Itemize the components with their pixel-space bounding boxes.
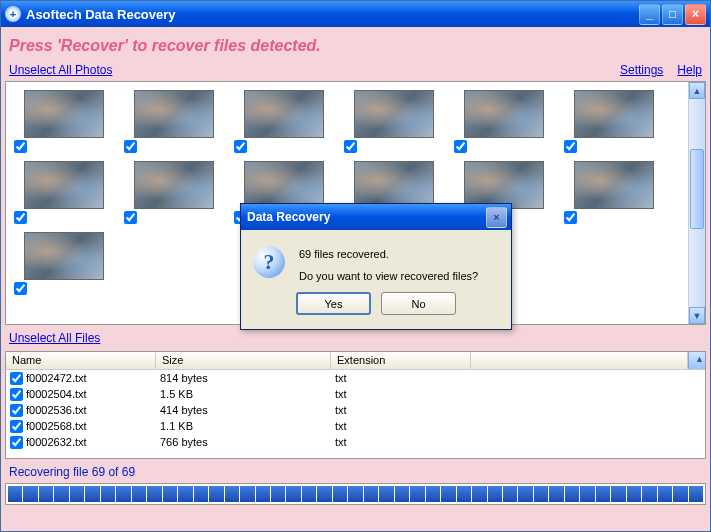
progress-segment [256, 486, 270, 502]
progress-segment [70, 486, 84, 502]
progress-segment [240, 486, 254, 502]
settings-link[interactable]: Settings [620, 63, 663, 77]
progress-segment [379, 486, 393, 502]
scroll-track[interactable] [689, 99, 705, 307]
file-checkbox[interactable] [10, 372, 23, 385]
thumbnails-scrollbar[interactable]: ▲ ▼ [688, 82, 705, 324]
progress-segment [395, 486, 409, 502]
unselect-all-files-link[interactable]: Unselect All Files [9, 331, 100, 345]
file-name: f0002472.txt [26, 372, 87, 384]
progress-segment [642, 486, 656, 502]
thumbnail-item[interactable] [454, 90, 544, 153]
thumbnail-image[interactable] [244, 90, 324, 138]
file-extension: txt [331, 404, 471, 416]
thumbnail-image[interactable] [574, 161, 654, 209]
thumbnail-item[interactable] [564, 161, 654, 224]
thumbnail-item[interactable] [344, 90, 434, 153]
status-text: Recovering file 69 of 69 [5, 459, 706, 483]
dialog-titlebar[interactable]: Data Recovery × [241, 204, 511, 230]
files-panel: Name Size Extension ▲ f0002472.txt814 by… [5, 351, 706, 459]
column-header-name[interactable]: Name [6, 352, 156, 369]
file-row[interactable]: f0002504.txt1.5 KBtxt [6, 386, 705, 402]
no-button[interactable]: No [381, 292, 456, 315]
file-row[interactable]: f0002536.txt414 bytestxt [6, 402, 705, 418]
scroll-thumb[interactable] [690, 149, 704, 229]
file-checkbox[interactable] [10, 404, 23, 417]
thumbnail-image[interactable] [134, 90, 214, 138]
app-icon: + [5, 6, 21, 22]
thumbnail-checkbox[interactable] [124, 211, 137, 224]
progress-segment [116, 486, 130, 502]
thumbnail-checkbox[interactable] [454, 140, 467, 153]
thumbnail-item[interactable] [124, 90, 214, 153]
thumbnail-item[interactable] [14, 90, 104, 153]
close-button[interactable]: × [685, 4, 706, 25]
instruction-text: Press 'Recover' to recover files detecte… [5, 31, 706, 61]
file-size: 414 bytes [156, 404, 331, 416]
top-links-row: Unselect All Photos Settings Help [5, 61, 706, 81]
files-header: Name Size Extension ▲ [6, 352, 705, 370]
column-header-extension[interactable]: Extension [331, 352, 471, 369]
help-link[interactable]: Help [677, 63, 702, 77]
file-extension: txt [331, 420, 471, 432]
thumbnail-item[interactable] [564, 90, 654, 153]
dialog-close-button[interactable]: × [486, 207, 507, 228]
progress-segment [178, 486, 192, 502]
thumbnail-image[interactable] [574, 90, 654, 138]
thumbnail-checkbox[interactable] [564, 211, 577, 224]
thumbnail-checkbox[interactable] [344, 140, 357, 153]
thumbnail-item[interactable] [234, 90, 324, 153]
thumbnail-checkbox[interactable] [124, 140, 137, 153]
window-title: Asoftech Data Recovery [26, 7, 639, 22]
scroll-down-button[interactable]: ▼ [689, 307, 705, 324]
scroll-up-button[interactable]: ▲ [689, 82, 705, 99]
file-checkbox[interactable] [10, 388, 23, 401]
file-extension: txt [331, 436, 471, 448]
progress-segment [225, 486, 239, 502]
progress-segment [209, 486, 223, 502]
thumbnail-checkbox[interactable] [14, 140, 27, 153]
thumbnail-item[interactable] [124, 161, 214, 224]
progress-segment [549, 486, 563, 502]
file-row[interactable]: f0002472.txt814 bytestxt [6, 370, 705, 386]
file-name: f0002504.txt [26, 388, 87, 400]
minimize-button[interactable]: _ [639, 4, 660, 25]
thumbnail-image[interactable] [354, 90, 434, 138]
files-scroll-up[interactable]: ▲ [688, 352, 705, 369]
file-extension: txt [331, 388, 471, 400]
progress-segment [364, 486, 378, 502]
progress-segment [101, 486, 115, 502]
thumbnail-checkbox[interactable] [14, 211, 27, 224]
thumbnail-item[interactable] [14, 232, 104, 295]
file-row[interactable]: f0002632.txt766 bytestxt [6, 434, 705, 450]
file-size: 814 bytes [156, 372, 331, 384]
progress-segment [8, 486, 22, 502]
thumbnail-item[interactable] [14, 161, 104, 224]
progress-segment [54, 486, 68, 502]
progress-segment [333, 486, 347, 502]
thumbnail-image[interactable] [24, 161, 104, 209]
file-checkbox[interactable] [10, 420, 23, 433]
column-header-size[interactable]: Size [156, 352, 331, 369]
unselect-all-photos-link[interactable]: Unselect All Photos [9, 63, 112, 77]
thumbnail-image[interactable] [464, 90, 544, 138]
file-checkbox[interactable] [10, 436, 23, 449]
thumbnail-image[interactable] [24, 232, 104, 280]
file-row[interactable]: f0002568.txt1.1 KBtxt [6, 418, 705, 434]
thumbnail-checkbox[interactable] [564, 140, 577, 153]
file-extension: txt [331, 372, 471, 384]
thumbnail-checkbox[interactable] [234, 140, 247, 153]
thumbnail-image[interactable] [134, 161, 214, 209]
thumbnail-image[interactable] [244, 161, 324, 209]
thumbnail-image[interactable] [24, 90, 104, 138]
maximize-button[interactable]: □ [662, 4, 683, 25]
progress-segment [673, 486, 687, 502]
titlebar[interactable]: + Asoftech Data Recovery _ □ × [1, 1, 710, 27]
progress-segment [689, 486, 703, 502]
thumbnail-image[interactable] [354, 161, 434, 209]
thumbnail-image[interactable] [464, 161, 544, 209]
progress-segment [441, 486, 455, 502]
progress-segment [426, 486, 440, 502]
yes-button[interactable]: Yes [296, 292, 371, 315]
thumbnail-checkbox[interactable] [14, 282, 27, 295]
